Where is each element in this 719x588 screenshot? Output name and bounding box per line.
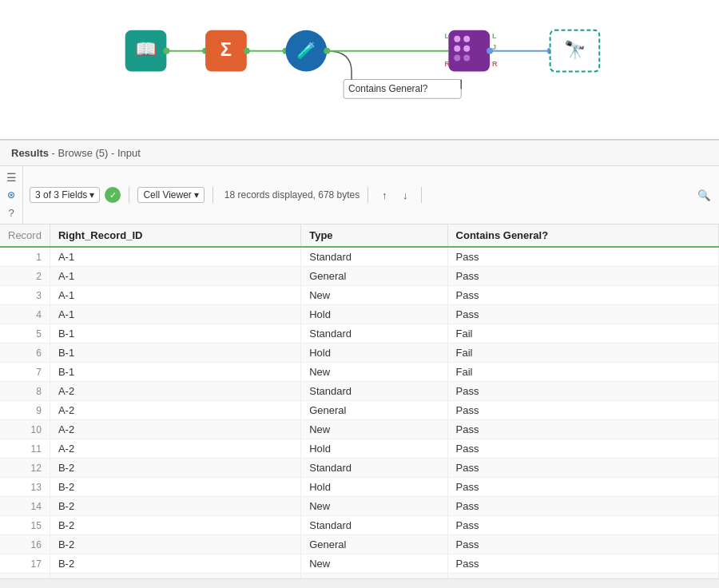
scroll-down-button[interactable]: ↓ [397,187,413,203]
data-table: Record Right_Record_ID Type Contains Gen… [0,224,719,578]
confirm-button[interactable]: ✓ [105,187,121,203]
cell-right-record-id: A-1 [50,286,300,305]
cell-type: New [301,286,447,305]
data-icon[interactable]: ⊛ [3,187,19,203]
cell-right-record-id: A-2 [50,401,300,420]
cell-type: Hold [301,344,447,363]
toolbar-divider-2 [213,187,213,203]
sum-icon: Σ [220,38,232,60]
cell-record: 5 [0,324,50,344]
cell-contains-general: Pass [447,497,718,516]
join-dot-4 [463,46,470,52]
join-dot-1 [454,36,460,42]
join-node-bg [448,30,490,72]
cell-record: 3 [0,286,50,305]
cell-record: 11 [0,439,50,459]
join-R2-label: R [492,60,498,68]
cell-right-record-id: A-1 [50,305,300,324]
join-dot-5 [454,55,460,62]
cell-right-record-id: A-1 [50,247,300,267]
cell-type: General [301,535,447,554]
cell-type: Hold [301,574,447,579]
toolbar-divider-1 [129,187,129,203]
cell-contains-general: Pass [447,574,718,579]
cell-contains-general: Pass [447,554,718,574]
cell-record: 4 [0,305,50,324]
cell-right-record-id: B-2 [50,574,300,579]
help-icon[interactable]: ? [3,205,19,220]
table-row: 3A-1NewPass [0,286,719,305]
fields-dropdown[interactable]: 3 of 3 Fields ▾ [30,187,100,203]
book-icon: 📖 [135,38,157,60]
table-row: 7B-1NewFail [0,363,719,382]
workflow-canvas: 📖 Σ 🧪 Contains General? [0,0,719,140]
cell-contains-general: Pass [447,286,718,305]
cell-record: 2 [0,267,50,286]
results-header: Results - Browse (5) - Input [0,141,719,166]
table-row: 6B-1HoldFail [0,344,719,363]
cell-contains-general: Fail [447,363,718,382]
results-title: Results [11,147,49,159]
flask-icon: 🧪 [296,41,316,60]
toolbar-divider-3 [367,187,368,203]
search-button[interactable]: 🔍 [695,186,713,204]
cell-right-record-id: B-2 [50,516,300,535]
cell-record: 18 [0,574,50,579]
cell-record: 10 [0,420,50,439]
horizontal-scrollbar[interactable] [0,578,719,588]
cell-right-record-id: A-2 [50,420,300,439]
cell-type: Standard [301,516,447,535]
cell-record: 9 [0,401,50,420]
join-L-label: L [444,32,449,40]
cell-contains-general: Pass [447,382,718,401]
cell-right-record-id: B-2 [50,497,300,516]
table-row: 15B-2StandardPass [0,516,719,535]
cell-contains-general: Fail [447,324,718,344]
cell-type: Hold [301,439,447,459]
toolbar-divider-4 [421,187,422,203]
table-row: 9A-2GeneralPass [0,401,719,420]
cell-right-record-id: B-1 [50,344,300,363]
cell-record: 14 [0,497,50,516]
cell-contains-general: Pass [447,305,718,324]
app-container: 📖 Σ 🧪 Contains General? [0,0,719,588]
cell-type: New [301,363,447,382]
cell-type: New [301,554,447,574]
cell-type: General [301,401,447,420]
connector-dot-1 [163,48,169,54]
viewer-dropdown[interactable]: Cell Viewer ▾ [137,187,204,203]
join-dot-2 [463,36,470,42]
cell-right-record-id: B-1 [50,324,300,344]
table-row: 17B-2NewPass [0,554,719,574]
table-row: 18B-2HoldPass [0,574,719,579]
cell-contains-general: Pass [447,420,718,439]
cell-type: New [301,497,447,516]
table-row: 12B-2StandardPass [0,459,719,478]
cell-right-record-id: A-2 [50,382,300,401]
table-row: 4A-1HoldPass [0,305,719,324]
cell-contains-general: Fail [447,344,718,363]
filter-label-text: Contains General? [348,83,428,94]
table-row: 10A-2NewPass [0,420,719,439]
cell-right-record-id: B-1 [50,363,300,382]
table-row: 14B-2NewPass [0,497,719,516]
table-row: 13B-2HoldPass [0,478,719,497]
cell-right-record-id: B-2 [50,535,300,554]
cell-type: Standard [301,324,447,344]
cell-record: 8 [0,382,50,401]
cell-type: New [301,420,447,439]
table-row: 1A-1StandardPass [0,247,719,267]
join-dot-6 [463,55,470,62]
cell-right-record-id: B-2 [50,554,300,574]
scroll-up-button[interactable]: ↑ [376,187,392,203]
list-icon[interactable]: ☰ [3,169,19,185]
workflow-svg: 📖 Σ 🧪 Contains General? [0,0,719,139]
cell-type: Standard [301,247,447,267]
cell-contains-general: Pass [447,439,718,459]
cell-right-record-id: A-2 [50,439,300,459]
table-row: 2A-1GeneralPass [0,267,719,286]
browse-icon: 🔭 [564,39,586,61]
cell-record: 13 [0,478,50,497]
viewer-label: Cell Viewer [143,189,191,201]
connector-dot-6 [487,48,493,54]
